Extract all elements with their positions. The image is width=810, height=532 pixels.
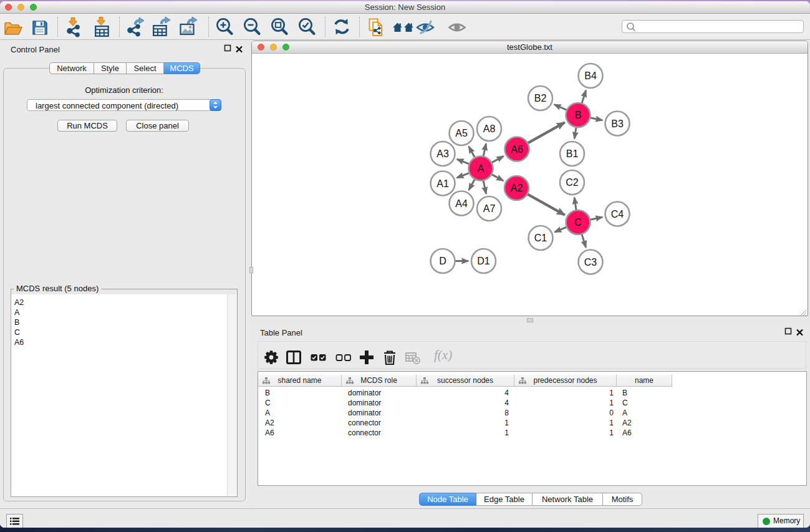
svg-text:A6: A6 (511, 144, 523, 155)
svg-text:C1: C1 (534, 233, 547, 243)
svg-text:D: D (439, 256, 446, 266)
svg-text:A2: A2 (511, 183, 523, 193)
svg-text:A7: A7 (483, 203, 496, 214)
svg-text:C: C (574, 217, 582, 228)
svg-text:A1: A1 (436, 178, 449, 189)
svg-text:B2: B2 (534, 93, 547, 104)
svg-text:C2: C2 (566, 177, 579, 188)
svg-text:C3: C3 (584, 257, 597, 268)
svg-text:A8: A8 (483, 123, 496, 134)
svg-text:B: B (575, 110, 582, 120)
svg-text:B3: B3 (611, 118, 624, 129)
svg-text:B1: B1 (566, 148, 579, 159)
svg-text:A3: A3 (436, 148, 449, 159)
svg-text:A5: A5 (455, 128, 468, 138)
svg-text:B4: B4 (584, 70, 597, 81)
svg-text:D1: D1 (477, 256, 490, 266)
svg-text:C4: C4 (611, 209, 624, 220)
svg-text:A4: A4 (455, 198, 468, 209)
svg-text:A: A (478, 163, 485, 174)
